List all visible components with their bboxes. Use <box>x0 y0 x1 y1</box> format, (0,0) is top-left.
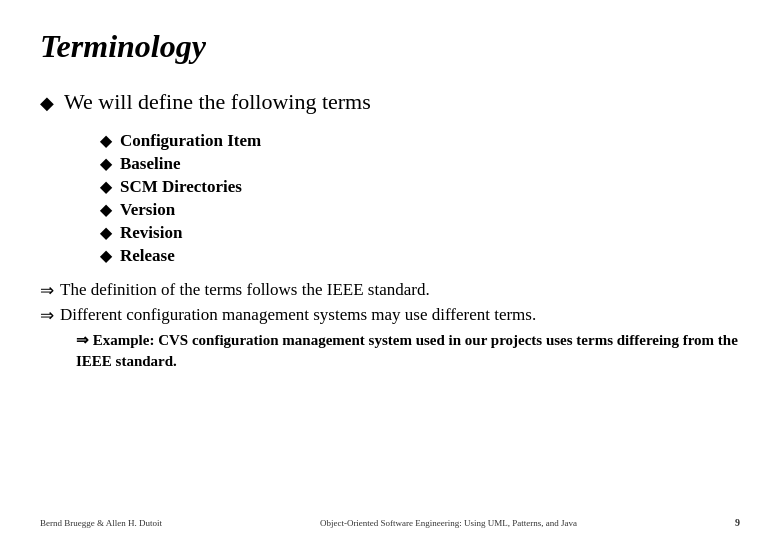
slide-container: Terminology ◆ We will define the followi… <box>0 0 780 540</box>
sub-bullet-icon: ◆ <box>100 247 112 265</box>
sub-bullet-icon: ◆ <box>100 201 112 219</box>
arrow-icon-1: ⇒ <box>40 280 54 301</box>
list-item-label: Baseline <box>120 154 180 174</box>
diamond-icon: ◆ <box>40 92 54 114</box>
list-item-label: Revision <box>120 223 182 243</box>
arrow-sub-prefix: ⇒ <box>76 332 93 348</box>
list-item-label: Configuration Item <box>120 131 261 151</box>
arrow-line-1: ⇒ The definition of the terms follows th… <box>40 280 740 301</box>
sub-bullet-icon: ◆ <box>100 155 112 173</box>
slide-title: Terminology <box>40 28 740 65</box>
list-item: ◆ Release <box>100 246 740 266</box>
arrow-text-2: Different configuration management syste… <box>60 305 536 325</box>
arrow-line-2: ⇒ Different configuration management sys… <box>40 305 740 326</box>
sub-list: ◆ Configuration Item ◆ Baseline ◆ SCM Di… <box>100 131 740 266</box>
main-bullet: ◆ We will define the following terms <box>40 89 740 115</box>
arrow-icon-2: ⇒ <box>40 305 54 326</box>
arrow-text-1: The definition of the terms follows the … <box>60 280 430 300</box>
arrow-sub-text: Example: CVS configuration management sy… <box>76 332 738 369</box>
list-item: ◆ Baseline <box>100 154 740 174</box>
footer: Bernd Bruegge & Allen H. Dutoit Object-O… <box>40 517 740 528</box>
sub-bullet-icon: ◆ <box>100 178 112 196</box>
footer-right: 9 <box>735 517 740 528</box>
list-item: ◆ SCM Directories <box>100 177 740 197</box>
list-item: ◆ Revision <box>100 223 740 243</box>
list-item-label: Release <box>120 246 175 266</box>
main-bullet-text: We will define the following terms <box>64 89 371 115</box>
list-item: ◆ Version <box>100 200 740 220</box>
arrow-sub-example: ⇒ Example: CVS configuration management … <box>76 330 740 372</box>
list-item: ◆ Configuration Item <box>100 131 740 151</box>
list-item-label: Version <box>120 200 175 220</box>
sub-bullet-icon: ◆ <box>100 224 112 242</box>
arrow-section: ⇒ The definition of the terms follows th… <box>40 280 740 372</box>
footer-center: Object-Oriented Software Engineering: Us… <box>320 518 577 528</box>
sub-bullet-icon: ◆ <box>100 132 112 150</box>
list-item-label: SCM Directories <box>120 177 242 197</box>
footer-left: Bernd Bruegge & Allen H. Dutoit <box>40 518 162 528</box>
